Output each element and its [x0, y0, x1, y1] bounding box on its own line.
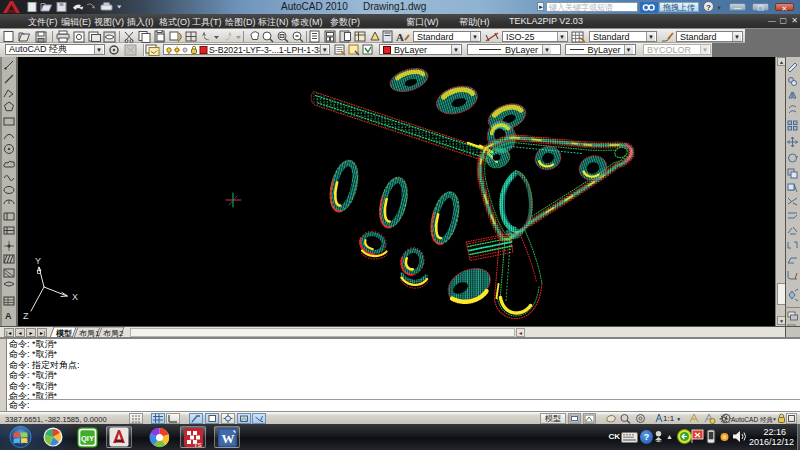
svg-text:Y: Y — [35, 256, 41, 266]
svg-text:Z: Z — [23, 311, 29, 321]
svg-text:W: W — [221, 431, 234, 446]
svg-text:A: A — [5, 311, 12, 321]
svg-text:X: X — [72, 292, 78, 302]
svg-text:TS: TS — [194, 441, 202, 447]
svg-text:A: A — [396, 31, 404, 43]
svg-text:QIY: QIY — [81, 434, 94, 443]
